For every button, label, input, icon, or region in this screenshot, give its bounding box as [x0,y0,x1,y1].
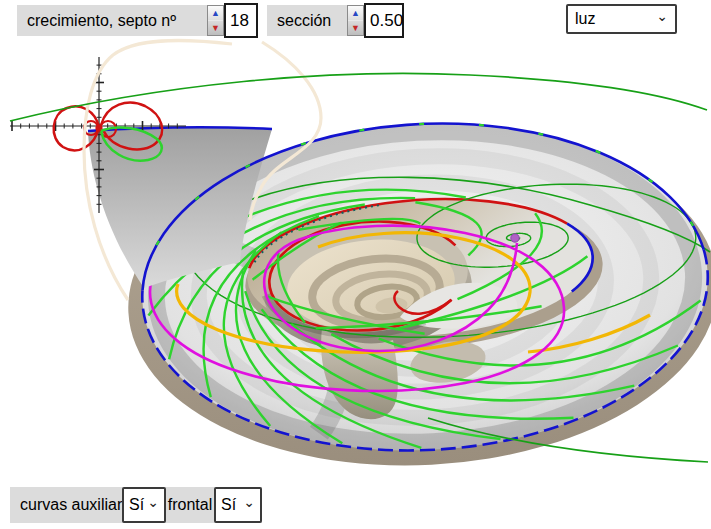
aux-curves-select[interactable]: Sí ⌄ [122,487,166,523]
growth-control-panel: crecimiento, septo nº [17,5,224,36]
growth-increment-icon[interactable]: ▲ [208,6,223,21]
growth-spinner: ▲ ▼ [207,5,224,36]
growth-decrement-icon[interactable]: ▼ [208,21,223,35]
section-increment-icon[interactable]: ▲ [348,6,363,21]
section-control-panel: sección [267,5,347,36]
applet-stage: crecimiento, septo nº ▲ ▼ 18 sección ▲ ▼… [0,0,711,529]
frontal-label-panel: frontal [166,487,214,523]
frontal-label: frontal [168,496,212,514]
shell-3d-view[interactable] [0,0,711,529]
light-select-value: luz [575,10,595,28]
section-label: sección [267,12,341,30]
section-spinner: ▲ ▼ [347,5,364,36]
aux-curves-value: Sí [129,496,144,514]
section-decrement-icon[interactable]: ▼ [348,21,363,35]
growth-label: crecimiento, septo nº [17,12,186,30]
frontal-select[interactable]: Sí ⌄ [214,487,262,523]
section-value-field[interactable]: 0.50 [364,3,404,38]
growth-value-field[interactable]: 18 [224,3,258,38]
frontal-value: Sí [221,496,236,514]
light-select[interactable]: luz ⌄ [566,4,677,34]
